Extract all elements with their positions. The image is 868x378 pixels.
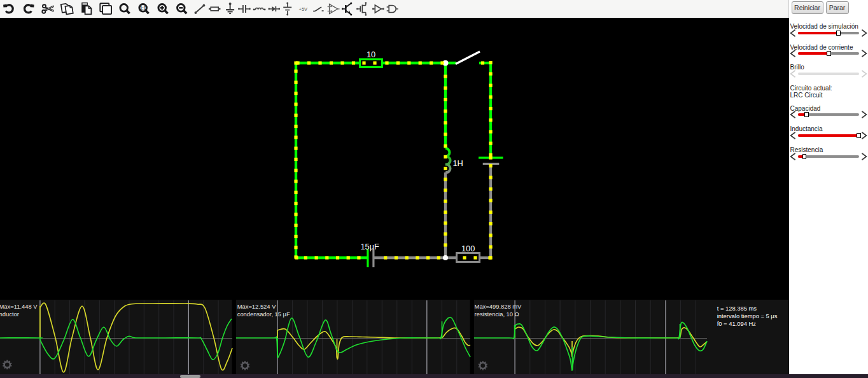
svg-text:100: 100 xyxy=(461,244,475,253)
svg-text:Max=11.448 V: Max=11.448 V xyxy=(0,303,38,310)
svg-text:15µF: 15µF xyxy=(361,242,380,251)
svg-text:t = 128.385 ms: t = 128.385 ms xyxy=(717,305,757,312)
svg-text:Max=12.524 V: Max=12.524 V xyxy=(237,303,276,310)
svg-text:Max=499.828 mV: Max=499.828 mV xyxy=(475,303,522,310)
svg-text:intervalo tiempo = 5 µs: intervalo tiempo = 5 µs xyxy=(717,312,778,319)
svg-text:resistencia, 10 Ω: resistencia, 10 Ω xyxy=(475,311,519,318)
svg-text:1H: 1H xyxy=(453,158,463,168)
svg-text:f0 = 41.094 Hz: f0 = 41.094 Hz xyxy=(717,320,757,327)
svg-text:inductor: inductor xyxy=(0,311,19,318)
svg-text:10: 10 xyxy=(367,50,375,59)
svg-text:condensador, 15 µF: condensador, 15 µF xyxy=(237,311,290,318)
